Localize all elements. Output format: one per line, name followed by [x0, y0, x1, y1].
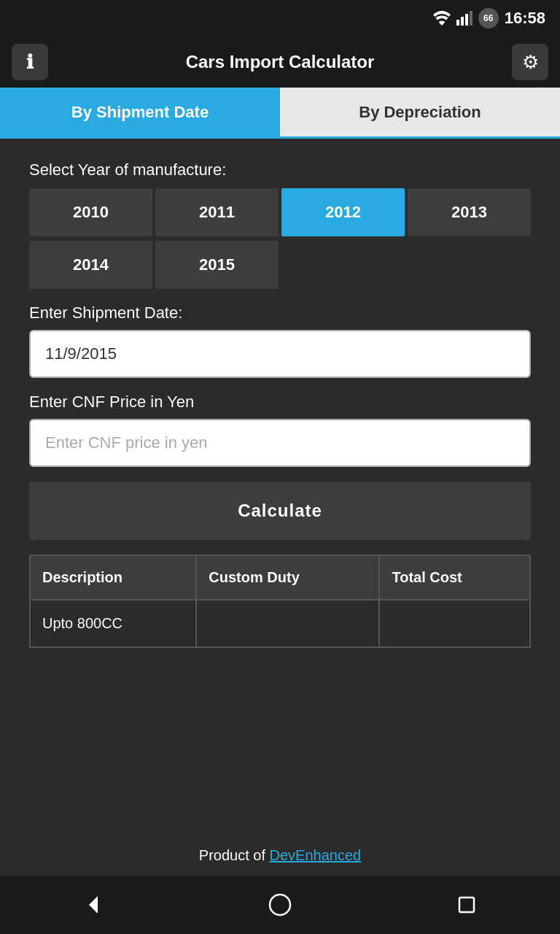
battery-indicator: 66 — [478, 8, 499, 28]
footer-text: Product of — [199, 847, 270, 863]
table-row: Upto 800CC — [30, 600, 530, 647]
svg-point-5 — [270, 895, 290, 915]
home-icon — [267, 892, 293, 918]
calculate-button[interactable]: Calculate — [29, 482, 531, 540]
settings-button[interactable]: ⚙ — [512, 44, 548, 80]
col-description: Description — [30, 555, 196, 600]
wifi-icon — [433, 11, 451, 26]
home-button[interactable] — [267, 892, 293, 918]
svg-rect-6 — [459, 898, 474, 912]
info-button[interactable]: ℹ — [12, 44, 48, 80]
settings-icon: ⚙ — [522, 51, 539, 74]
svg-rect-0 — [456, 20, 459, 26]
app-header: ℹ Cars Import Calculator ⚙ — [0, 36, 560, 88]
year-label: Select Year of manufacture: — [29, 161, 531, 180]
status-bar: 66 16:58 — [0, 0, 560, 36]
year-2013[interactable]: 2013 — [408, 188, 531, 236]
year-section: Select Year of manufacture: 2010 2011 20… — [29, 161, 531, 289]
svg-rect-2 — [465, 14, 468, 26]
cnf-price-section: Enter CNF Price in Yen — [29, 393, 531, 467]
results-table: Description Custom Duty Total Cost Upto … — [29, 555, 531, 648]
table-header-row: Description Custom Duty Total Cost — [30, 555, 530, 600]
status-icons: 66 16:58 — [433, 8, 545, 28]
recents-button[interactable] — [454, 892, 480, 918]
year-2012[interactable]: 2012 — [281, 188, 405, 236]
status-time: 16:58 — [505, 9, 545, 28]
row-total-cost — [379, 600, 530, 647]
year-grid-row2: 2014 2015 — [29, 241, 531, 289]
svg-rect-1 — [461, 17, 464, 26]
back-button[interactable] — [80, 892, 106, 918]
bottom-nav — [0, 876, 560, 934]
tab-bar: By Shipment Date By Depreciation — [0, 88, 560, 139]
recents-icon — [454, 892, 480, 918]
svg-marker-4 — [89, 896, 98, 914]
year-2015[interactable]: 2015 — [155, 241, 279, 289]
row-description: Upto 800CC — [30, 600, 196, 647]
back-icon — [80, 892, 106, 918]
cnf-price-input[interactable] — [29, 419, 531, 467]
footer-link[interactable]: DevEnhanced — [270, 847, 362, 863]
main-content: Select Year of manufacture: 2010 2011 20… — [0, 139, 560, 835]
col-total-cost: Total Cost — [379, 555, 530, 600]
info-icon: ℹ — [26, 51, 34, 74]
footer: Product of DevEnhanced — [0, 835, 560, 876]
cnf-price-label: Enter CNF Price in Yen — [29, 393, 531, 412]
year-2014[interactable]: 2014 — [29, 241, 152, 289]
year-grid-row1: 2010 2011 2012 2013 — [29, 188, 531, 236]
shipment-date-input[interactable] — [29, 330, 531, 378]
tab-shipment-date[interactable]: By Shipment Date — [0, 88, 280, 136]
signal-icon — [456, 11, 472, 26]
year-2011[interactable]: 2011 — [155, 188, 279, 236]
tab-depreciation[interactable]: By Depreciation — [280, 88, 560, 136]
svg-rect-3 — [470, 11, 472, 26]
row-custom-duty — [196, 600, 379, 647]
shipment-date-section: Enter Shipment Date: — [29, 304, 531, 378]
shipment-date-label: Enter Shipment Date: — [29, 304, 531, 323]
app-title: Cars Import Calculator — [48, 52, 512, 72]
year-2010[interactable]: 2010 — [29, 188, 152, 236]
col-custom-duty: Custom Duty — [196, 555, 379, 600]
